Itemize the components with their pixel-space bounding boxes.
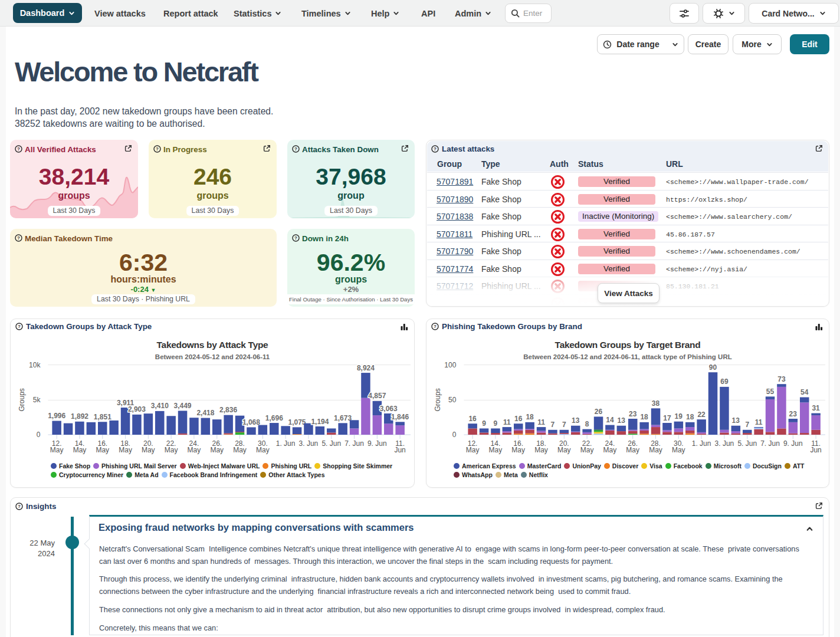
- svg-text:May: May: [466, 446, 480, 454]
- svg-text:?: ?: [434, 324, 437, 329]
- svg-text:23: 23: [629, 410, 637, 418]
- svg-text:3. Jun: 3. Jun: [299, 439, 319, 448]
- svg-text:54: 54: [800, 388, 809, 396]
- svg-text:18: 18: [686, 413, 694, 421]
- svg-text:?: ?: [294, 235, 297, 241]
- svg-text:0: 0: [37, 431, 41, 439]
- svg-text:May: May: [603, 446, 617, 454]
- svg-text:2,836: 2,836: [219, 406, 237, 414]
- svg-text:May: May: [557, 446, 571, 454]
- svg-text:May: May: [188, 446, 201, 454]
- svg-text:7: 7: [745, 421, 749, 429]
- svg-text:May: May: [96, 446, 109, 454]
- svg-text:4,857: 4,857: [368, 392, 386, 400]
- svg-text:13: 13: [572, 416, 580, 425]
- svg-text:May: May: [142, 446, 155, 454]
- svg-text:69: 69: [720, 377, 729, 386]
- svg-text:3,449: 3,449: [173, 402, 191, 410]
- svg-text:1,068: 1,068: [242, 418, 260, 426]
- svg-text:14: 14: [606, 416, 614, 424]
- svg-text:5. Jun: 5. Jun: [737, 439, 757, 448]
- svg-text:May: May: [50, 446, 64, 454]
- svg-text:8: 8: [585, 420, 589, 428]
- svg-text:May: May: [580, 446, 594, 454]
- svg-text:5. Jun: 5. Jun: [321, 439, 341, 448]
- svg-text:19: 19: [675, 412, 683, 421]
- svg-text:May: May: [511, 446, 525, 454]
- svg-text:May: May: [233, 446, 247, 454]
- svg-text:100: 100: [444, 361, 456, 369]
- svg-text:9: 9: [482, 419, 486, 428]
- svg-text:7. Jun: 7. Jun: [344, 439, 364, 448]
- svg-text:26: 26: [595, 408, 603, 416]
- svg-text:9. Jun: 9. Jun: [783, 439, 803, 448]
- svg-text:?: ?: [17, 235, 20, 241]
- svg-text:May: May: [489, 446, 503, 454]
- svg-text:22: 22: [697, 411, 706, 419]
- svg-text:90: 90: [709, 363, 717, 372]
- svg-text:1,851: 1,851: [94, 413, 111, 421]
- svg-text:17: 17: [663, 414, 671, 422]
- svg-text:50: 50: [448, 396, 457, 404]
- svg-text:9: 9: [494, 419, 498, 428]
- svg-text:1,194: 1,194: [311, 418, 329, 426]
- svg-text:1,892: 1,892: [71, 412, 88, 421]
- svg-text:May: May: [626, 446, 639, 454]
- svg-text:5k: 5k: [33, 396, 41, 404]
- svg-text:7. Jun: 7. Jun: [760, 439, 780, 448]
- svg-text:?: ?: [17, 146, 20, 152]
- svg-text:16: 16: [468, 415, 477, 423]
- svg-text:Groups: Groups: [434, 388, 442, 411]
- svg-text:8,924: 8,924: [357, 364, 375, 372]
- svg-text:31: 31: [812, 404, 820, 412]
- svg-text:1,696: 1,696: [265, 414, 283, 422]
- svg-text:May: May: [256, 446, 270, 454]
- svg-text:73: 73: [777, 375, 786, 383]
- svg-text:13: 13: [618, 416, 626, 425]
- svg-text:13: 13: [732, 416, 740, 425]
- svg-text:1. Jun: 1. Jun: [276, 439, 296, 448]
- svg-text:?: ?: [18, 324, 21, 329]
- svg-text:11: 11: [503, 418, 511, 426]
- svg-text:Groups: Groups: [18, 388, 26, 411]
- svg-text:May: May: [672, 446, 685, 454]
- svg-text:3,063: 3,063: [380, 405, 398, 413]
- svg-text:3,410: 3,410: [151, 402, 169, 410]
- svg-text:18: 18: [526, 413, 534, 421]
- svg-text:?: ?: [294, 146, 297, 152]
- svg-text:May: May: [165, 446, 178, 454]
- svg-text:Jun: Jun: [810, 446, 821, 454]
- svg-text:7: 7: [562, 421, 566, 429]
- svg-text:1,996: 1,996: [48, 412, 65, 420]
- svg-text:0: 0: [452, 431, 457, 439]
- svg-text:May: May: [534, 446, 548, 454]
- svg-text:18: 18: [640, 413, 648, 421]
- svg-text:9. Jun: 9. Jun: [368, 439, 387, 448]
- svg-text:38: 38: [652, 399, 660, 408]
- svg-text:7: 7: [551, 421, 555, 429]
- svg-text:Jun: Jun: [394, 446, 405, 454]
- svg-text:10k: 10k: [29, 361, 41, 369]
- svg-text:1,075: 1,075: [288, 418, 306, 426]
- svg-text:May: May: [119, 446, 132, 454]
- svg-text:May: May: [73, 446, 87, 454]
- svg-text:1,846: 1,846: [391, 413, 409, 421]
- svg-text:?: ?: [434, 146, 437, 152]
- svg-text:55: 55: [766, 388, 775, 396]
- svg-text:1. Jun: 1. Jun: [692, 439, 711, 448]
- svg-text:11: 11: [755, 418, 763, 426]
- svg-text:11: 11: [537, 418, 545, 426]
- svg-text:3. Jun: 3. Jun: [715, 439, 734, 448]
- svg-text:?: ?: [156, 146, 159, 152]
- svg-text:23: 23: [789, 410, 798, 418]
- svg-text:1,673: 1,673: [334, 414, 352, 422]
- svg-text:2,418: 2,418: [196, 409, 214, 417]
- svg-text:May: May: [210, 446, 224, 454]
- svg-text:May: May: [649, 446, 662, 454]
- svg-text:2,903: 2,903: [128, 405, 146, 413]
- svg-text:16: 16: [514, 415, 523, 423]
- svg-text:?: ?: [18, 504, 21, 509]
